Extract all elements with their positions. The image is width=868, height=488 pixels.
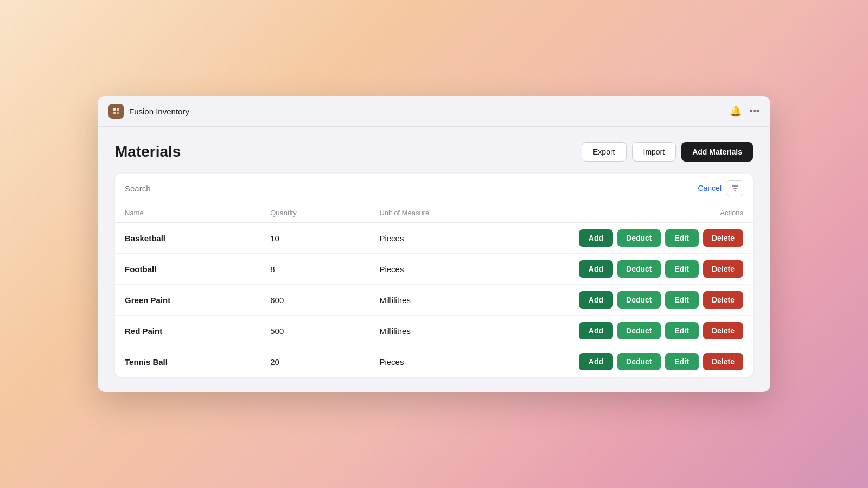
titlebar-left: Fusion Inventory bbox=[108, 104, 189, 119]
add-button-2[interactable]: Add bbox=[579, 291, 613, 309]
cell-name-2: Green Paint bbox=[125, 296, 270, 305]
svg-rect-2 bbox=[113, 112, 116, 114]
deduct-button-2[interactable]: Deduct bbox=[617, 291, 660, 309]
add-button-0[interactable]: Add bbox=[579, 229, 613, 247]
edit-button-2[interactable]: Edit bbox=[665, 291, 699, 309]
header-actions: Export Import Add Materials bbox=[582, 142, 753, 162]
deduct-button-3[interactable]: Deduct bbox=[617, 322, 660, 339]
edit-button-0[interactable]: Edit bbox=[665, 229, 699, 247]
export-button[interactable]: Export bbox=[582, 142, 626, 162]
cell-name-0: Basketball bbox=[125, 234, 270, 243]
table-row: Football 8 Pieces Add Deduct Edit Delete bbox=[115, 254, 753, 285]
sort-button[interactable] bbox=[727, 180, 743, 196]
add-materials-button[interactable]: Add Materials bbox=[681, 142, 753, 162]
edit-button-4[interactable]: Edit bbox=[665, 353, 699, 370]
table-row: Basketball 10 Pieces Add Deduct Edit Del… bbox=[115, 223, 753, 254]
cancel-link[interactable]: Cancel bbox=[698, 184, 722, 192]
search-right: Cancel bbox=[698, 180, 743, 196]
cell-unit-2: Millilitres bbox=[379, 296, 525, 305]
app-icon bbox=[108, 104, 124, 119]
cell-name-4: Tennis Ball bbox=[125, 357, 270, 367]
titlebar: Fusion Inventory 🔔 ••• bbox=[98, 96, 770, 127]
cell-qty-3: 500 bbox=[270, 326, 379, 336]
cell-name-1: Football bbox=[125, 265, 270, 274]
cell-actions-1: Add Deduct Edit Delete bbox=[525, 260, 743, 278]
page-title: Materials bbox=[115, 143, 181, 160]
cell-qty-4: 20 bbox=[270, 357, 379, 367]
edit-button-3[interactable]: Edit bbox=[665, 322, 699, 339]
deduct-button-1[interactable]: Deduct bbox=[617, 260, 660, 278]
cell-actions-0: Add Deduct Edit Delete bbox=[525, 229, 743, 247]
page-header: Materials Export Import Add Materials bbox=[115, 142, 753, 162]
delete-button-4[interactable]: Delete bbox=[703, 353, 743, 370]
delete-button-1[interactable]: Delete bbox=[703, 260, 743, 278]
cell-name-3: Red Paint bbox=[125, 326, 270, 336]
deduct-button-0[interactable]: Deduct bbox=[617, 229, 660, 247]
col-header-actions: Actions bbox=[525, 209, 743, 217]
col-header-unit: Unit of Measure bbox=[379, 209, 525, 217]
delete-button-0[interactable]: Delete bbox=[703, 229, 743, 247]
svg-rect-3 bbox=[117, 112, 119, 114]
notification-icon[interactable]: 🔔 bbox=[730, 105, 742, 117]
deduct-button-4[interactable]: Deduct bbox=[617, 353, 660, 370]
edit-button-1[interactable]: Edit bbox=[665, 260, 699, 278]
titlebar-right: 🔔 ••• bbox=[730, 105, 760, 117]
add-button-4[interactable]: Add bbox=[579, 353, 613, 370]
cell-actions-4: Add Deduct Edit Delete bbox=[525, 353, 743, 370]
import-button[interactable]: Import bbox=[632, 142, 676, 162]
table-rows: Basketball 10 Pieces Add Deduct Edit Del… bbox=[115, 223, 753, 377]
app-window: Fusion Inventory 🔔 ••• Materials Export … bbox=[98, 96, 770, 392]
svg-rect-0 bbox=[113, 108, 116, 111]
cell-actions-3: Add Deduct Edit Delete bbox=[525, 322, 743, 339]
cell-qty-0: 10 bbox=[270, 234, 379, 243]
table-row: Green Paint 600 Millilitres Add Deduct E… bbox=[115, 285, 753, 316]
delete-button-2[interactable]: Delete bbox=[703, 291, 743, 309]
cell-unit-0: Pieces bbox=[379, 234, 525, 243]
materials-table-container: Cancel Name Quantity Unit of Measure Act… bbox=[115, 174, 753, 377]
search-input[interactable] bbox=[125, 184, 698, 193]
col-header-name: Name bbox=[125, 209, 270, 217]
table-row: Tennis Ball 20 Pieces Add Deduct Edit De… bbox=[115, 346, 753, 377]
table-row: Red Paint 500 Millilitres Add Deduct Edi… bbox=[115, 316, 753, 346]
cell-unit-1: Pieces bbox=[379, 265, 525, 274]
cell-qty-1: 8 bbox=[270, 265, 379, 274]
search-bar: Cancel bbox=[115, 174, 753, 203]
app-name: Fusion Inventory bbox=[129, 107, 189, 116]
delete-button-3[interactable]: Delete bbox=[703, 322, 743, 339]
cell-unit-4: Pieces bbox=[379, 357, 525, 367]
svg-rect-1 bbox=[117, 108, 119, 111]
cell-qty-2: 600 bbox=[270, 296, 379, 305]
add-button-1[interactable]: Add bbox=[579, 260, 613, 278]
table-header: Name Quantity Unit of Measure Actions bbox=[115, 203, 753, 223]
col-header-qty: Quantity bbox=[270, 209, 379, 217]
main-content: Materials Export Import Add Materials Ca… bbox=[98, 127, 770, 392]
cell-unit-3: Millilitres bbox=[379, 326, 525, 336]
more-icon[interactable]: ••• bbox=[749, 106, 760, 117]
add-button-3[interactable]: Add bbox=[579, 322, 613, 339]
cell-actions-2: Add Deduct Edit Delete bbox=[525, 291, 743, 309]
